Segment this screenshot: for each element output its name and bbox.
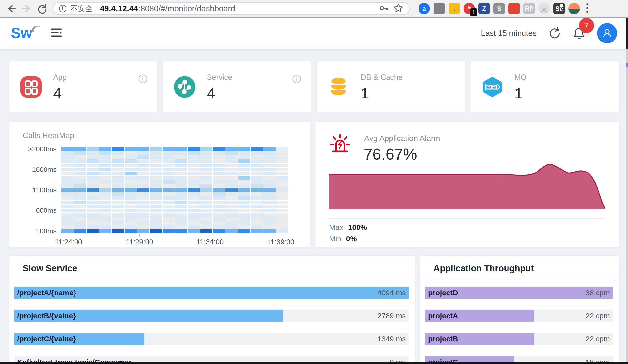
- heatmap-cell: [162, 213, 175, 217]
- max-label: Max: [329, 223, 343, 232]
- heatmap-cell: [213, 217, 225, 221]
- amazon-assistant-icon[interactable]: a: [418, 3, 430, 14]
- info-icon[interactable]: [138, 74, 148, 84]
- notifications-bell-icon[interactable]: 7: [572, 25, 586, 41]
- heatmap-cell: [276, 221, 288, 225]
- heatmap-cell: [251, 159, 263, 163]
- info-icon[interactable]: [292, 74, 302, 84]
- heatmap-cell: [213, 201, 225, 204]
- heatmap-cell: [200, 172, 212, 176]
- heatmap-cell: [200, 221, 212, 225]
- heatmap-cell: [62, 180, 74, 184]
- heatmap-cell: [62, 184, 74, 188]
- heatmap-cell: [226, 180, 237, 184]
- back-icon[interactable]: [4, 2, 18, 15]
- heatmap-cell: [213, 209, 225, 212]
- zotero-icon[interactable]: Z: [478, 3, 490, 14]
- heatmap-cell: [188, 229, 200, 233]
- address-bar[interactable]: 不安全 49.4.12.44:8080/#/monitor/dashboard: [53, 2, 410, 15]
- password-key-icon[interactable]: [379, 3, 390, 14]
- todoist-icon[interactable]: [508, 3, 520, 14]
- bookmark-star-icon[interactable]: [393, 3, 404, 14]
- heatmap-cell: [87, 229, 99, 233]
- heatmap-cell: [238, 217, 250, 221]
- heatmap-cell: [263, 159, 275, 163]
- service-value: 22 cpm: [586, 312, 610, 320]
- amazon-assistant-icon-glyph: a: [422, 5, 426, 12]
- parrot-icon[interactable]: [568, 3, 580, 14]
- forward-icon[interactable]: [20, 2, 33, 15]
- heatmap-cell: [226, 201, 237, 204]
- application-throughput-title: Application Throughput: [420, 256, 619, 281]
- heatmap-cell: [62, 225, 74, 229]
- heatmap-cell: [200, 176, 212, 180]
- time-range-selector[interactable]: Last 15 minutes: [481, 29, 537, 38]
- heatmap-cell: [175, 205, 187, 209]
- heatmap-cell: [226, 225, 237, 229]
- heatmap-cell: [74, 184, 86, 188]
- red-chat-badge-icon[interactable]: ❝1: [464, 3, 475, 14]
- slow-service-row: /projectA/{name}4094 ms: [14, 282, 409, 305]
- heatmap-cell: [276, 180, 288, 184]
- scrollbar-thumb[interactable]: [626, 63, 628, 67]
- heatmap-cell: [150, 168, 162, 172]
- reload-icon[interactable]: [35, 2, 49, 15]
- slow-service-list: /projectA/{name}4094 ms/projectB/{value}…: [9, 281, 415, 364]
- heatmap-cell: [251, 213, 263, 217]
- page-info-icon[interactable]: [59, 4, 67, 13]
- heatmap-cell: [263, 164, 275, 167]
- selenium-icon[interactable]: Se: [553, 3, 565, 14]
- s-key-icon-glyph: S: [497, 5, 501, 12]
- heatmap-cell: [226, 192, 237, 196]
- alipay-shield-icon[interactable]: 支: [539, 3, 550, 14]
- refresh-icon[interactable]: [548, 26, 561, 40]
- url-text[interactable]: 49.4.12.44:8080/#/monitor/dashboard: [100, 4, 235, 13]
- heatmap-cell: [112, 180, 124, 184]
- heatmap-cell: [99, 201, 111, 204]
- chrome-download-icon[interactable]: ↓: [449, 3, 460, 14]
- heatmap-cell: [238, 184, 250, 188]
- heatmap-cell: [188, 196, 200, 200]
- heatmap-cell: [200, 229, 212, 233]
- heatmap-cell: [150, 213, 162, 217]
- heatmap-cell: [112, 147, 124, 151]
- heatmap-cell: [226, 209, 237, 212]
- heatmap-cell: [200, 164, 212, 167]
- heatmap-cell: [137, 147, 149, 151]
- heatmap-cell: [137, 151, 149, 155]
- heatmap-cell: [238, 159, 250, 163]
- heatmap-cell: [238, 209, 250, 212]
- roboform-icon[interactable]: RP: [524, 3, 535, 14]
- heatmap-cell: [200, 168, 212, 172]
- heatmap-cell: [188, 201, 200, 204]
- chrome-menu-icon[interactable]: [586, 2, 589, 15]
- heatmap-cell: [87, 196, 99, 200]
- evernote-icon[interactable]: [434, 3, 445, 14]
- heatmap-cell: [137, 188, 149, 192]
- skywalking-logo[interactable]: Sw: [11, 26, 41, 41]
- heatmap-cell: [226, 184, 237, 188]
- s-key-icon[interactable]: S: [493, 3, 505, 14]
- browser-toolbar: 不安全 49.4.12.44:8080/#/monitor/dashboard …: [0, 0, 628, 18]
- heatmap-cell: [251, 155, 263, 159]
- app-header: Sw Last 15 minutes 7: [0, 18, 628, 49]
- user-avatar[interactable]: [597, 23, 617, 43]
- stat-card-mq: MQ1: [470, 61, 619, 113]
- heatmap-cell: [162, 184, 175, 188]
- heatmap-cell: [251, 205, 263, 209]
- scrollbar[interactable]: [626, 49, 628, 362]
- heatmap-cell: [162, 192, 175, 196]
- heatmap-cell: [175, 180, 187, 184]
- sidebar-toggle-icon[interactable]: [50, 28, 63, 39]
- heatmap-cell: [188, 172, 200, 176]
- heatmap-cell: [125, 229, 137, 233]
- heatmap-cell: [175, 196, 187, 200]
- heatmap-cell: [226, 176, 237, 180]
- heatmap-cell: [62, 151, 74, 155]
- heatmap-cell: [99, 176, 111, 180]
- zotero-icon-glyph: Z: [482, 5, 486, 12]
- heatmap-cell: [251, 164, 263, 167]
- heatmap-cell: [162, 201, 175, 204]
- heatmap-cell: [125, 176, 137, 180]
- stat-text: DB & Cache1: [361, 73, 403, 101]
